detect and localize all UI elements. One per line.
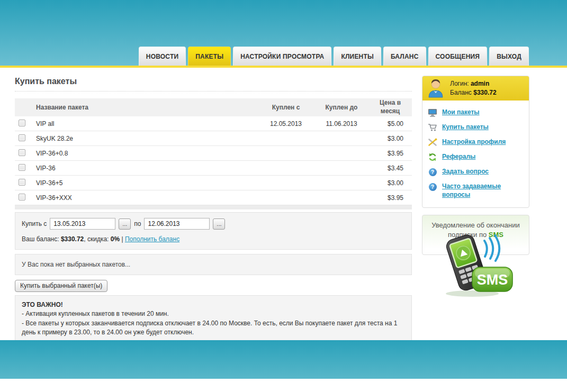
tab-logout[interactable]: ВЫХОД xyxy=(489,47,529,66)
cart-icon xyxy=(428,123,437,132)
notice-title: ЭТО ВАЖНО! xyxy=(22,300,405,309)
table-row: VIP-36+5 $3.00 xyxy=(15,176,412,190)
page: НОВОСТИ ПАКЕТЫ НАСТРОЙКИ ПРОСМОТРА КЛИЕН… xyxy=(0,0,567,392)
row-checkbox[interactable] xyxy=(19,194,25,200)
notice-line-2: - Все пакеты у которых заканчивается под… xyxy=(22,319,405,338)
tab-messages[interactable]: СООБЩЕНИЯ xyxy=(428,47,488,66)
col-header-price: Цена в месяц xyxy=(371,99,412,115)
sidebar-link-label[interactable]: Купить пакеты xyxy=(442,123,489,132)
table-footer-strip xyxy=(15,205,412,209)
user-avatar-icon xyxy=(427,78,445,99)
table-row: VIP all 12.05.2013 11.06.2013 $5.00 xyxy=(15,116,412,131)
package-price: $3.00 xyxy=(371,179,412,187)
sidebar-item-faq[interactable]: ? Часто задаваемые вопросы xyxy=(428,179,524,202)
date-to-input[interactable] xyxy=(144,218,210,230)
sidebar-item-buy-packages[interactable]: Купить пакеты xyxy=(428,120,524,135)
tab-view-settings[interactable]: НАСТРОЙКИ ПРОСМОТРА xyxy=(233,47,331,66)
topup-balance-link[interactable]: Пополнить баланс xyxy=(125,235,179,243)
user-text: Логин: admin Баланс $330.72 xyxy=(450,79,497,98)
sidebar: Логин: admin Баланс $330.72 xyxy=(422,76,529,255)
package-price: $5.00 xyxy=(371,120,412,127)
sidebar-link-label[interactable]: Рефералы xyxy=(442,153,475,161)
sidebar-item-profile-settings[interactable]: Настройка профиля xyxy=(428,135,524,150)
tab-balance[interactable]: БАЛАНС xyxy=(383,47,426,66)
row-checkbox[interactable] xyxy=(19,164,25,171)
sidebar-link-label[interactable]: Часто задаваемые вопросы xyxy=(442,183,524,199)
row-checkbox[interactable] xyxy=(19,120,25,126)
question-icon: ? xyxy=(428,183,437,191)
page-title: Купить пакеты xyxy=(15,77,412,92)
monitor-icon xyxy=(428,108,437,117)
login-label: Логин: xyxy=(450,80,469,87)
buy-from-label: Купить с xyxy=(22,220,47,227)
table-row: VIP-36 $3.45 xyxy=(15,161,412,176)
table-row: VIP-36+XXX $3.95 xyxy=(15,190,412,205)
package-price: $3.95 xyxy=(371,194,412,202)
col-header-to: Куплен до xyxy=(312,104,371,111)
package-price: $3.95 xyxy=(371,150,412,157)
user-balance-value: $330.72 xyxy=(473,89,496,96)
selection-panel: У Вас пока нет выбранных пакетов... xyxy=(15,254,412,275)
date-to-picker-button[interactable]: ... xyxy=(213,218,225,230)
package-name: VIP-36+XXX xyxy=(36,194,259,202)
sidebar-item-ask-question[interactable]: ? Задать вопрос xyxy=(428,165,524,179)
site-header: НОВОСТИ ПАКЕТЫ НАСТРОЙКИ ПРОСМОТРА КЛИЕН… xyxy=(0,0,567,68)
package-name: VIP all xyxy=(36,120,259,127)
site-footer xyxy=(0,340,567,379)
buy-selected-button[interactable]: Купить выбранный пакет(ы) xyxy=(15,280,107,292)
refresh-icon xyxy=(428,153,437,161)
row-checkbox[interactable] xyxy=(19,134,25,141)
date-from-input[interactable] xyxy=(50,218,115,230)
sidebar-link-label[interactable]: Настройка профиля xyxy=(442,138,506,147)
packages-table: Название пакета Куплен с Куплен до Цена … xyxy=(15,98,412,209)
sidebar-links: Мои пакеты Купить пакеты xyxy=(422,101,529,207)
user-balance-label: Баланс xyxy=(450,89,472,96)
row-checkbox[interactable] xyxy=(19,179,25,186)
date-from-picker-button[interactable]: ... xyxy=(119,218,131,230)
sms-promo-box: Уведомление об окончании подписки по SMS xyxy=(422,215,529,255)
login-value: admin xyxy=(471,80,489,87)
package-name: VIP-36 xyxy=(36,165,259,172)
notice-panel: ЭТО ВАЖНО! - Активация купленных пакетов… xyxy=(15,295,412,343)
package-price: $3.00 xyxy=(371,135,412,142)
user-info-box: Логин: admin Баланс $330.72 xyxy=(422,76,529,101)
package-name: VIP-36+5 xyxy=(36,179,259,187)
table-row: VIP-36+0.8 $3.95 xyxy=(15,146,412,161)
col-header-name: Название пакета xyxy=(36,104,259,111)
package-to: 11.06.2013 xyxy=(312,120,371,127)
tab-news[interactable]: НОВОСТИ xyxy=(139,47,186,66)
tab-clients[interactable]: КЛИЕНТЫ xyxy=(334,47,381,66)
empty-selection-text: У Вас пока нет выбранных пакетов... xyxy=(22,261,130,268)
sidebar-item-my-packages[interactable]: Мои пакеты xyxy=(428,105,524,120)
package-price: $3.45 xyxy=(371,165,412,172)
tools-icon xyxy=(428,138,437,147)
package-name: SkyUK 28.2e xyxy=(36,135,259,142)
sidebar-link-label[interactable]: Задать вопрос xyxy=(442,168,489,176)
notice-line-1: - Активация купленных пакетов в течении … xyxy=(22,309,405,318)
sidebar-item-referrals[interactable]: Рефералы xyxy=(428,150,524,165)
discount-label: , скидка: xyxy=(84,235,109,243)
row-checkbox[interactable] xyxy=(19,149,25,156)
discount-value: 0% xyxy=(111,235,120,243)
main-nav: НОВОСТИ ПАКЕТЫ НАСТРОЙКИ ПРОСМОТРА КЛИЕН… xyxy=(139,47,529,66)
svg-text:SMS: SMS xyxy=(477,272,508,288)
separator: | xyxy=(121,235,123,243)
balance-label: Ваш баланс: xyxy=(22,235,59,243)
table-header-row: Название пакета Куплен с Куплен до Цена … xyxy=(15,98,412,116)
col-header-from: Куплен с xyxy=(259,104,312,111)
table-row: SkyUK 28.2e $3.00 xyxy=(15,131,412,146)
user-card: Логин: admin Баланс $330.72 xyxy=(422,76,529,208)
question-icon: ? xyxy=(428,168,437,176)
balance-row: Ваш баланс: $330.72, скидка: 0% | Пополн… xyxy=(22,235,405,243)
sms-phone-illustration: SMS xyxy=(434,234,514,298)
balance-value: $330.72 xyxy=(61,235,84,243)
main-content: Купить пакеты Название пакета Куплен с К… xyxy=(15,77,412,343)
tab-packages[interactable]: ПАКЕТЫ xyxy=(188,47,231,66)
purchase-panel: Купить с ... по ... Ваш баланс: $330.72,… xyxy=(15,212,412,250)
package-name: VIP-36+0.8 xyxy=(36,150,259,157)
package-from: 12.05.2013 xyxy=(259,120,312,127)
sidebar-link-label[interactable]: Мои пакеты xyxy=(442,108,480,117)
buy-to-label: по xyxy=(134,220,141,227)
